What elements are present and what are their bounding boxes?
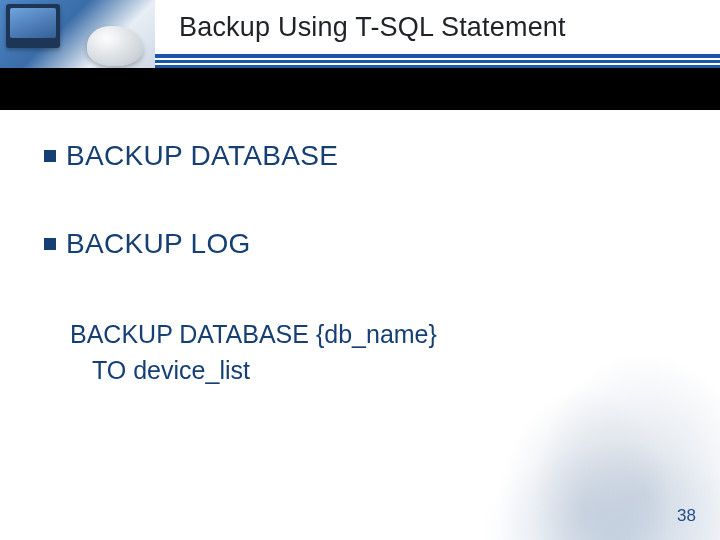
- bullet-item: BACKUP DATABASE: [44, 140, 680, 172]
- bullet-item: BACKUP LOG: [44, 228, 680, 260]
- mouse-icon: [87, 26, 143, 66]
- code-block: BACKUP DATABASE {db_name} TO device_list: [44, 316, 680, 389]
- bullet-text: BACKUP LOG: [66, 228, 251, 260]
- square-bullet-icon: [44, 150, 56, 162]
- code-line: BACKUP DATABASE {db_name}: [70, 316, 680, 352]
- bullet-text: BACKUP DATABASE: [66, 140, 338, 172]
- slide-title: Backup Using T-SQL Statement: [179, 12, 566, 43]
- header-thumbnail: [0, 0, 155, 68]
- page-number: 38: [677, 506, 696, 526]
- title-bar: Backup Using T-SQL Statement: [155, 0, 720, 54]
- header-black-band: [0, 68, 720, 110]
- monitor-icon: [6, 4, 60, 48]
- slide-content: BACKUP DATABASE BACKUP LOG BACKUP DATABA…: [0, 140, 720, 389]
- title-underline: [155, 54, 720, 68]
- slide-header: Backup Using T-SQL Statement: [0, 0, 720, 110]
- code-line: TO device_list: [70, 352, 680, 388]
- square-bullet-icon: [44, 238, 56, 250]
